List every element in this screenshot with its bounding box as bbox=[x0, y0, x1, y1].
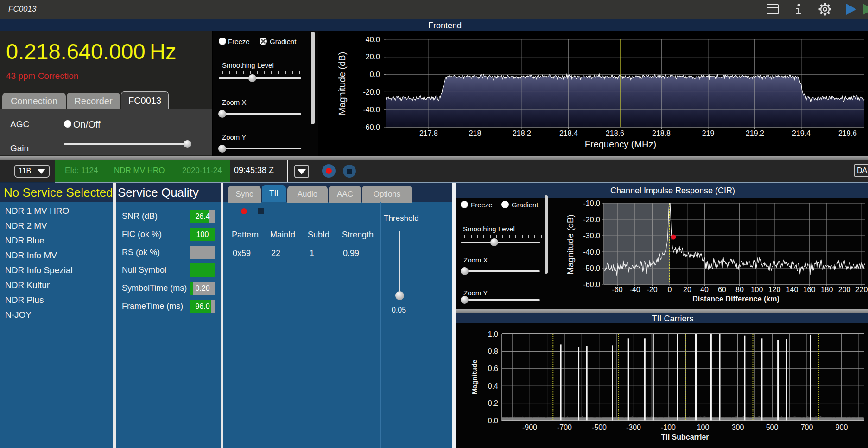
svg-text:20.0: 20.0 bbox=[366, 53, 380, 61]
svg-text:0.8: 0.8 bbox=[488, 347, 498, 355]
svg-text:-40: -40 bbox=[629, 286, 640, 294]
svg-text:-900: -900 bbox=[522, 423, 537, 431]
svg-text:218.4: 218.4 bbox=[559, 129, 578, 137]
svg-text:40.0: 40.0 bbox=[366, 36, 380, 44]
svg-text:-20: -20 bbox=[646, 286, 657, 294]
svg-text:80: 80 bbox=[735, 286, 744, 294]
svg-text:100: 100 bbox=[697, 423, 710, 431]
svg-text:0.2: 0.2 bbox=[488, 399, 498, 407]
svg-text:-700: -700 bbox=[557, 423, 572, 431]
svg-text:200: 200 bbox=[838, 286, 851, 294]
svg-text:218.6: 218.6 bbox=[606, 129, 624, 137]
svg-text:120: 120 bbox=[768, 286, 781, 294]
svg-text:1.0: 1.0 bbox=[488, 330, 498, 338]
svg-text:Distance Difference (km): Distance Difference (km) bbox=[692, 295, 779, 303]
svg-text:Frequency (MHz): Frequency (MHz) bbox=[585, 139, 656, 149]
svg-text:219.6: 219.6 bbox=[838, 129, 857, 137]
svg-text:218.8: 218.8 bbox=[652, 129, 671, 137]
svg-text:Magnitude (dB): Magnitude (dB) bbox=[565, 214, 575, 275]
svg-text:700: 700 bbox=[801, 423, 813, 431]
svg-text:220: 220 bbox=[855, 286, 868, 294]
svg-text:-10.0: -10.0 bbox=[583, 199, 601, 207]
svg-text:20: 20 bbox=[683, 286, 691, 294]
svg-text:100: 100 bbox=[751, 286, 763, 294]
svg-text:-60.0: -60.0 bbox=[363, 123, 380, 131]
svg-text:60: 60 bbox=[718, 286, 726, 294]
svg-text:219.2: 219.2 bbox=[746, 129, 764, 137]
svg-text:0.6: 0.6 bbox=[488, 365, 498, 372]
svg-text:219: 219 bbox=[702, 129, 715, 137]
svg-text:-50.0: -50.0 bbox=[583, 264, 601, 272]
svg-text:-500: -500 bbox=[592, 423, 607, 431]
svg-text:-100: -100 bbox=[661, 423, 676, 431]
svg-text:-60: -60 bbox=[612, 286, 622, 294]
svg-text:160: 160 bbox=[803, 286, 816, 294]
svg-text:218: 218 bbox=[469, 129, 482, 137]
svg-text:40: 40 bbox=[700, 286, 709, 294]
svg-text:0: 0 bbox=[668, 286, 672, 294]
svg-text:-30.0: -30.0 bbox=[583, 232, 601, 240]
svg-text:217.8: 217.8 bbox=[419, 129, 438, 137]
svg-text:-40.0: -40.0 bbox=[363, 106, 380, 114]
svg-text:0.0: 0.0 bbox=[488, 417, 498, 425]
svg-text:180: 180 bbox=[821, 286, 833, 294]
svg-text:-60.0: -60.0 bbox=[583, 281, 601, 288]
svg-text:Magnitude (dB): Magnitude (dB) bbox=[337, 52, 347, 115]
svg-text:0.4: 0.4 bbox=[488, 382, 498, 390]
svg-text:500: 500 bbox=[766, 423, 779, 431]
svg-text:TII Subcarrier: TII Subcarrier bbox=[661, 433, 709, 441]
svg-text:Magnitude: Magnitude bbox=[470, 360, 478, 395]
svg-text:-40.0: -40.0 bbox=[583, 248, 601, 256]
svg-text:-20.0: -20.0 bbox=[363, 88, 380, 96]
svg-text:300: 300 bbox=[732, 423, 744, 431]
svg-text:-20.0: -20.0 bbox=[583, 216, 601, 224]
svg-text:900: 900 bbox=[836, 423, 848, 431]
svg-text:140: 140 bbox=[786, 286, 798, 294]
svg-text:218.2: 218.2 bbox=[513, 129, 531, 137]
svg-text:-300: -300 bbox=[626, 423, 641, 431]
svg-text:0.0: 0.0 bbox=[370, 70, 380, 78]
svg-text:219.4: 219.4 bbox=[792, 129, 811, 137]
